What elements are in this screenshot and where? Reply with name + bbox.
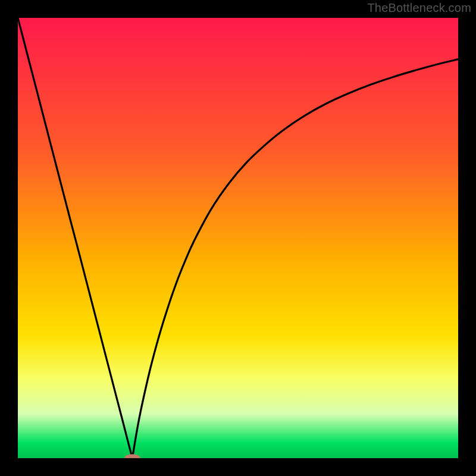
bottleneck-curve-plot bbox=[18, 18, 458, 458]
gradient-background bbox=[18, 18, 458, 458]
watermark-text: TheBottleneck.com bbox=[367, 1, 471, 15]
plot-area bbox=[18, 18, 458, 458]
chart-frame: TheBottleneck.com bbox=[0, 0, 476, 476]
